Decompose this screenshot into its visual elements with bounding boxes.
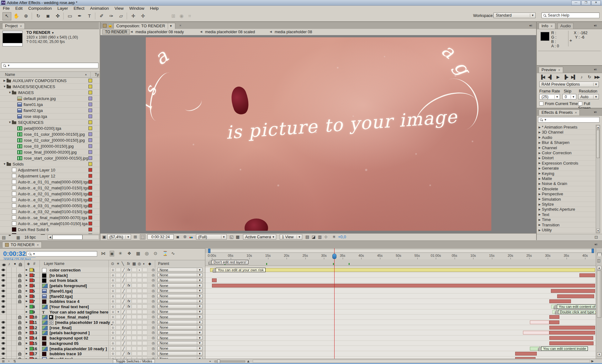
- parent-dropdown[interactable]: None▼: [157, 304, 203, 309]
- new-composition-icon[interactable]: ▦: [16, 235, 20, 240]
- pick-whip-icon[interactable]: ◎: [152, 341, 155, 345]
- switch-cell[interactable]: [142, 304, 147, 309]
- switch-cell[interactable]: [132, 320, 137, 324]
- tab-effects-presets[interactable]: Effects & Presets×: [539, 109, 580, 115]
- project-item[interactable]: rose_02_color_[00000-00150].jpg: [0, 137, 100, 143]
- effects-category[interactable]: ▶Audio: [537, 135, 596, 140]
- switch-cell[interactable]: ╱: [121, 278, 126, 282]
- work-area-start-handle[interactable]: [208, 249, 210, 253]
- camera-dropdown[interactable]: Active Camera▼: [243, 234, 276, 240]
- close-icon[interactable]: ×: [575, 111, 577, 114]
- menu-effect[interactable]: Effect: [71, 6, 87, 11]
- selection-tool[interactable]: ↖: [3, 12, 11, 20]
- label-color-chip[interactable]: [88, 138, 92, 142]
- layer-marker[interactable]: You can edit content inside: [538, 346, 588, 351]
- layer-row[interactable]: ▶14background spot 02⊙╱◎None▼: [0, 335, 205, 341]
- switch-cell[interactable]: fx: [126, 304, 131, 309]
- label-color-chip[interactable]: [88, 79, 92, 82]
- lock-column-icon[interactable]: [19, 263, 22, 267]
- switch-cell[interactable]: [116, 299, 121, 303]
- pin-tool[interactable]: ✢: [139, 12, 147, 20]
- pick-whip-icon[interactable]: ◎: [152, 315, 155, 319]
- switch-cell[interactable]: [132, 304, 137, 309]
- mask-shape-tool[interactable]: ▭: [66, 12, 74, 20]
- snapshot-icon[interactable]: ◙: [177, 235, 179, 239]
- switch-cell[interactable]: [116, 330, 121, 335]
- layer-marker[interactable]: You can edit at your own risk: [213, 268, 266, 272]
- switch-cell[interactable]: [137, 315, 142, 319]
- timeline-header-icon-5[interactable]: ◎: [145, 251, 149, 256]
- layer-track-row[interactable]: [205, 299, 596, 304]
- zoom-tool[interactable]: ⊕: [22, 12, 30, 20]
- magnification-dropdown[interactable]: (57,4%)▼: [107, 234, 131, 240]
- label-color-chip[interactable]: [88, 150, 92, 154]
- lock-icon[interactable]: [18, 316, 21, 319]
- switch-cell[interactable]: fx: [126, 268, 131, 272]
- switch-cell[interactable]: [116, 341, 121, 345]
- switch-cell[interactable]: [126, 310, 131, 314]
- project-item[interactable]: Auto-tr...e_03_01_mate[0000-0050].tga: [0, 203, 100, 209]
- layer-marker[interactable]: Double click and type your te: [555, 310, 596, 314]
- switch-cell[interactable]: [116, 351, 121, 356]
- pen-tool[interactable]: ✒: [76, 12, 84, 20]
- pick-whip-icon[interactable]: ◎: [152, 310, 155, 314]
- layer-row[interactable]: ▶13[petals background ]⊙╱◎None▼: [0, 330, 205, 335]
- layer-name[interactable]: background spot 02: [50, 336, 88, 340]
- switch-cell[interactable]: ⊙: [110, 320, 115, 324]
- current-time-indicator[interactable]: [332, 254, 336, 259]
- effects-category[interactable]: ▶3D Channel: [537, 130, 596, 135]
- layer-duration-bar[interactable]: [579, 273, 595, 277]
- switch-column-icon-3[interactable]: fx: [127, 261, 130, 266]
- lock-icon[interactable]: [18, 322, 21, 324]
- expander-icon[interactable]: ▶: [26, 342, 28, 345]
- layer-row[interactable]: ▶12[rose_final]⊙╱◎None▼: [0, 325, 205, 330]
- switch-cell[interactable]: [142, 315, 147, 319]
- switch-cell[interactable]: [142, 273, 147, 277]
- pick-whip-icon[interactable]: ◎: [152, 294, 155, 298]
- grid-guides-icon[interactable]: ⬚: [140, 234, 145, 240]
- effects-category[interactable]: ▶Matte: [537, 176, 596, 181]
- switch-cell[interactable]: ☀: [116, 310, 121, 314]
- pan-behind-tool[interactable]: ✜: [54, 12, 62, 20]
- switch-cell[interactable]: [142, 268, 147, 272]
- label-color-chip[interactable]: [88, 126, 92, 130]
- expander-icon[interactable]: ▶: [537, 141, 542, 144]
- switch-column-icon-7[interactable]: ◆: [148, 261, 151, 266]
- project-item[interactable]: flare01.tga: [0, 102, 100, 108]
- parent-dropdown[interactable]: None▼: [157, 325, 203, 330]
- expander-icon[interactable]: ▼: [8, 121, 12, 124]
- expander-icon[interactable]: ▶: [26, 295, 28, 298]
- switch-cell[interactable]: ╱: [121, 351, 126, 356]
- project-item[interactable]: rose_03_[00000-00150].jpg: [0, 143, 100, 149]
- switch-cell[interactable]: [142, 294, 147, 298]
- work-area-bar[interactable]: [205, 248, 596, 253]
- close-icon[interactable]: ×: [20, 24, 22, 28]
- close-icon[interactable]: ×: [37, 242, 39, 248]
- switch-cell[interactable]: ⊙: [110, 289, 115, 293]
- layer-duration-bar[interactable]: [549, 336, 593, 340]
- switch-cell[interactable]: ╱: [121, 304, 126, 309]
- maximize-button[interactable]: ❐: [581, 1, 591, 5]
- current-time-field[interactable]: 0:00:32:24: [147, 234, 174, 240]
- expander-icon[interactable]: ▶: [26, 310, 28, 313]
- timeline-header-icon-7[interactable]: ⌛: [162, 251, 168, 256]
- switch-cell[interactable]: [132, 294, 137, 298]
- switch-cell[interactable]: [137, 330, 142, 335]
- label-color-chip[interactable]: [88, 174, 92, 178]
- lock-icon[interactable]: [18, 332, 21, 335]
- layer-name[interactable]: color correction: [50, 268, 81, 272]
- switch-cell[interactable]: [142, 299, 147, 303]
- exposure-icon[interactable]: ✳: [332, 235, 336, 239]
- layer-row[interactable]: ▶7bubbles trace 4⊙╱fx◎None▼: [0, 299, 205, 304]
- expander-icon[interactable]: ▶: [537, 172, 542, 175]
- pick-whip-icon[interactable]: ◎: [152, 268, 155, 272]
- play-button[interactable]: ▶: [554, 75, 561, 79]
- eye-icon[interactable]: [1, 352, 5, 355]
- switch-cell[interactable]: [137, 289, 142, 293]
- panel-menu-icon[interactable]: ▾≡: [529, 24, 532, 27]
- label-color-chip[interactable]: [88, 144, 92, 148]
- frame-forward-button[interactable]: ▐▶: [562, 75, 569, 79]
- project-search-input[interactable]: ▼: [1, 63, 98, 68]
- eye-icon[interactable]: [1, 311, 5, 313]
- lock-icon[interactable]: [18, 285, 21, 288]
